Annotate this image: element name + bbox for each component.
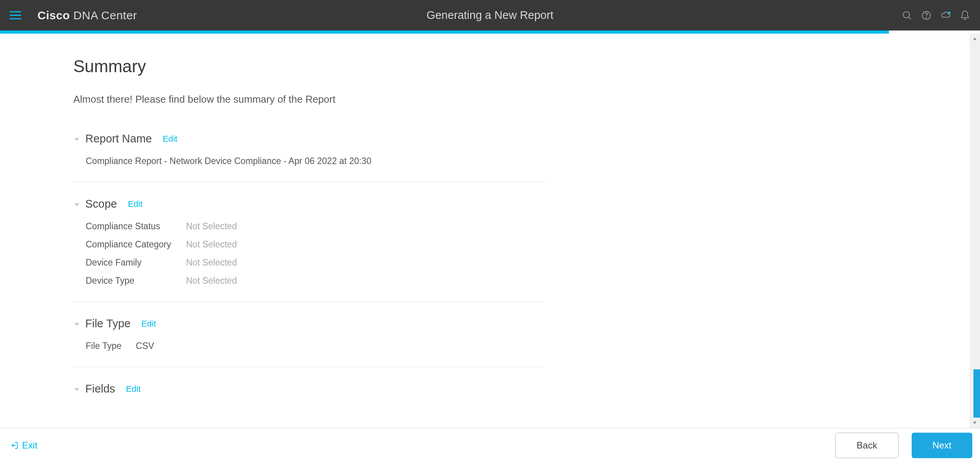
scope-field-value: Not Selected <box>186 221 237 232</box>
scrollbar-thumb[interactable] <box>973 369 980 418</box>
scope-field-label: Device Family <box>86 257 186 268</box>
edit-link-scope[interactable]: Edit <box>128 199 142 209</box>
chevron-down-icon <box>73 201 80 208</box>
next-button[interactable]: Next <box>912 433 972 458</box>
file-type-body: File Type CSV <box>73 341 546 351</box>
scope-field-row: Device Type Not Selected <box>86 276 546 286</box>
section-fields: Fields Edit <box>73 382 546 395</box>
footer-bar: Exit Back Next <box>0 428 980 462</box>
progress-fill <box>0 30 889 34</box>
scope-field-row: Compliance Category Not Selected <box>86 239 546 250</box>
exit-button[interactable]: Exit <box>8 436 39 455</box>
section-header-report-name[interactable]: Report Name Edit <box>73 132 546 145</box>
chevron-down-icon <box>73 386 80 393</box>
svg-point-4 <box>948 12 951 14</box>
back-button[interactable]: Back <box>835 433 898 458</box>
summary-subtitle: Almost there! Please find below the summ… <box>73 93 907 105</box>
scope-field-label: Device Type <box>86 276 186 286</box>
svg-point-0 <box>903 12 909 18</box>
scope-field-label: Compliance Status <box>86 221 186 232</box>
product-name: DNA Center <box>73 9 137 22</box>
edit-link-fields[interactable]: Edit <box>126 384 140 394</box>
svg-marker-6 <box>973 421 977 424</box>
scrollbar-up-arrow-icon[interactable] <box>970 34 980 44</box>
scrollbar-down-arrow-icon[interactable] <box>970 418 980 428</box>
footer-actions: Back Next <box>835 433 972 458</box>
section-header-fields[interactable]: Fields Edit <box>73 382 546 395</box>
file-type-row: File Type CSV <box>86 341 546 351</box>
svg-line-1 <box>909 17 911 19</box>
app-header: Cisco DNA Center Generating a New Report <box>0 0 980 30</box>
file-type-label: File Type <box>86 341 136 351</box>
menu-icon[interactable] <box>10 8 24 22</box>
help-icon[interactable] <box>921 10 932 21</box>
edit-link-report-name[interactable]: Edit <box>162 134 177 144</box>
progress-bar <box>0 30 980 34</box>
scrollbar[interactable] <box>970 34 980 428</box>
svg-marker-5 <box>973 37 977 40</box>
scope-field-row: Device Family Not Selected <box>86 257 546 268</box>
edit-link-file-type[interactable]: Edit <box>141 319 156 329</box>
section-title-report-name: Report Name <box>85 132 152 145</box>
bell-icon[interactable] <box>960 10 970 21</box>
file-type-value: CSV <box>136 341 154 351</box>
scope-field-label: Compliance Category <box>86 239 186 250</box>
app-logo: Cisco DNA Center <box>37 9 137 22</box>
exit-label: Exit <box>22 440 37 451</box>
scope-field-value: Not Selected <box>186 239 237 250</box>
exit-icon <box>10 441 19 450</box>
section-title-scope: Scope <box>85 198 117 210</box>
scope-body: Compliance Status Not Selected Complianc… <box>73 221 546 286</box>
search-icon[interactable] <box>902 10 912 21</box>
brand-name: Cisco <box>37 9 70 22</box>
section-title-file-type: File Type <box>85 317 130 330</box>
chevron-down-icon <box>73 135 80 142</box>
section-file-type: File Type Edit File Type CSV <box>73 317 546 367</box>
section-scope: Scope Edit Compliance Status Not Selecte… <box>73 198 546 302</box>
section-header-scope[interactable]: Scope Edit <box>73 198 546 210</box>
scope-field-row: Compliance Status Not Selected <box>86 221 546 232</box>
section-report-name: Report Name Edit Compliance Report - Net… <box>73 132 546 182</box>
cloud-icon[interactable] <box>940 10 951 21</box>
summary-heading: Summary <box>73 57 907 76</box>
content-area: Summary Almost there! Please find below … <box>0 34 980 428</box>
page-title: Generating a New Report <box>427 9 553 22</box>
section-header-file-type[interactable]: File Type Edit <box>73 317 546 330</box>
scope-field-value: Not Selected <box>186 276 237 286</box>
header-icons <box>902 10 970 21</box>
report-name-value: Compliance Report - Network Device Compl… <box>73 156 546 166</box>
section-title-fields: Fields <box>85 382 115 395</box>
svg-point-3 <box>926 17 927 18</box>
scope-field-value: Not Selected <box>186 257 237 268</box>
chevron-down-icon <box>73 320 80 327</box>
